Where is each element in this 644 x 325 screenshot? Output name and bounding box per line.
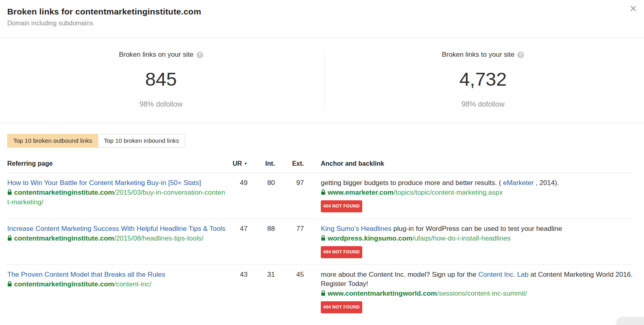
referring-page-url: contentmarketinginstitute.com/content-in…: [7, 280, 227, 289]
ur-value: 47: [227, 224, 248, 258]
sort-desc-icon: ▼: [244, 162, 248, 166]
ur-value: 43: [227, 270, 248, 313]
anchor-link[interactable]: King Sumo’s Headlines: [321, 225, 391, 232]
ext-value: 97: [275, 178, 304, 212]
page-title: Broken links for contentmarketinginstitu…: [7, 7, 637, 16]
anchor-text: more about the Content Inc. model? Sign …: [321, 270, 633, 288]
anchor-pre: more about the Content Inc. model? Sign …: [321, 271, 478, 278]
url-domain: www.emarketer.com: [328, 189, 394, 196]
lock-icon: [321, 289, 326, 298]
referring-page-link[interactable]: The Proven Content Model that Breaks all…: [7, 271, 165, 278]
anchor-text: King Sumo’s Headlines plug-in for WordPr…: [321, 224, 633, 233]
referring-page-url-link[interactable]: contentmarketinginstitute.com/2015/03/bu…: [7, 189, 225, 206]
anchor-link[interactable]: Content Inc. Lab: [478, 271, 528, 278]
lock-icon: [321, 188, 326, 197]
help-icon[interactable]: ?: [517, 51, 524, 58]
backlink-url: wordpress.kingsumo.com/ufaqs/how-do-i-in…: [321, 234, 633, 243]
url-path: /sessions/content-inc-summit/: [437, 290, 527, 297]
column-header-ext[interactable]: Ext.: [275, 160, 304, 167]
close-icon[interactable]: ×: [630, 2, 637, 14]
page-subtitle: Domain including subdomains: [7, 20, 637, 27]
url-path: /ufaqs/how-do-i-install-headlines: [413, 234, 511, 242]
column-header-anchor: Anchor and backlink: [321, 160, 633, 167]
backlink-url-link[interactable]: www.emarketer.com/topics/topic/content-m…: [328, 189, 503, 196]
stat-value: 4,732: [322, 68, 644, 90]
referring-page-cell: The Proven Content Model that Breaks all…: [7, 270, 227, 313]
stats-divider: [324, 51, 325, 110]
tab-broken-outbound-links[interactable]: Top 10 broken outbound links: [7, 134, 98, 148]
anchor-link[interactable]: eMarketer: [503, 179, 534, 187]
referring-page-cell: How to Win Your Battle for Content Marke…: [7, 178, 227, 212]
backlink-url: www.contentmarketingworld.com/sessions/c…: [321, 289, 633, 298]
anchor-backlink-cell: King Sumo’s Headlines plug-in for WordPr…: [321, 224, 633, 258]
anchor-pre: getting bigger budgets to produce more a…: [321, 179, 503, 187]
backlink-url-link[interactable]: www.contentmarketingworld.com/sessions/c…: [328, 290, 527, 297]
lock-icon: [7, 188, 12, 197]
anchor-post: plug-in for WordPress can be used to tes…: [391, 225, 562, 232]
table-row: The Proven Content Model that Breaks all…: [7, 265, 633, 319]
anchor-backlink-cell: more about the Content Inc. model? Sign …: [321, 270, 633, 313]
status-badge: 404 NOT FOUND: [321, 246, 362, 258]
column-header-int[interactable]: Int.: [248, 160, 275, 167]
stat-broken-links-on-site: Broken links on your site ? 845 98% dofo…: [0, 38, 322, 123]
url-domain: contentmarketinginstitute.com: [14, 280, 114, 288]
ext-value: 45: [275, 270, 304, 313]
stat-label-text: Broken links to your site: [442, 51, 514, 59]
referring-page-url-link[interactable]: contentmarketinginstitute.com/2015/08/he…: [14, 234, 204, 242]
stat-detail: 98% dofollow: [0, 100, 322, 109]
stat-value: 845: [0, 68, 322, 90]
column-header-referring-page: Referring page: [7, 160, 227, 167]
referring-page-url-link[interactable]: contentmarketinginstitute.com/content-in…: [14, 280, 151, 288]
stat-broken-links-to-site: Broken links to your site ? 4,732 98% do…: [322, 38, 644, 123]
url-domain: wordpress.kingsumo.com: [328, 234, 413, 242]
url-domain: contentmarketinginstitute.com: [14, 189, 114, 196]
column-header-ur-label: UR: [233, 160, 242, 167]
int-value: 31: [248, 270, 275, 313]
stat-label: Broken links on your site ?: [119, 51, 203, 59]
table-header-row: Referring page UR▼ Int. Ext. Anchor and …: [7, 148, 633, 173]
referring-page-cell: Increase Content Marketing Success With …: [7, 224, 227, 258]
lock-icon: [7, 234, 12, 243]
stat-detail: 98% dofollow: [322, 100, 644, 109]
broken-links-table: Referring page UR▼ Int. Ext. Anchor and …: [7, 148, 633, 319]
referring-page-link[interactable]: Increase Content Marketing Success With …: [7, 225, 225, 232]
url-path: /content-inc/: [114, 280, 151, 288]
report-tabs: Top 10 broken outbound links Top 10 brok…: [7, 134, 185, 148]
int-value: 80: [248, 178, 275, 212]
referring-page-url: contentmarketinginstitute.com/2015/08/he…: [7, 234, 227, 243]
lock-icon: [321, 234, 326, 243]
url-domain: www.contentmarketingworld.com: [328, 290, 437, 297]
table-row: How to Win Your Battle for Content Marke…: [7, 173, 633, 219]
status-badge: 404 NOT FOUND: [321, 200, 362, 212]
tab-broken-inbound-links[interactable]: Top 10 broken inbound links: [98, 134, 185, 148]
help-icon[interactable]: ?: [196, 51, 203, 58]
url-domain: contentmarketinginstitute.com: [14, 234, 114, 242]
stat-label: Broken links to your site ?: [442, 51, 524, 59]
backlink-url: www.emarketer.com/topics/topic/content-m…: [321, 188, 633, 197]
referring-page-url: contentmarketinginstitute.com/2015/03/bu…: [7, 188, 227, 207]
table-row: Increase Content Marketing Success With …: [7, 219, 633, 265]
chat-widget[interactable]: [616, 317, 644, 325]
ext-value: 77: [275, 224, 304, 258]
status-badge: 404 NOT FOUND: [321, 301, 362, 313]
lock-icon: [7, 280, 12, 289]
stat-label-text: Broken links on your site: [119, 51, 193, 59]
anchor-text: getting bigger budgets to produce more a…: [321, 178, 633, 187]
anchor-backlink-cell: getting bigger budgets to produce more a…: [321, 178, 633, 212]
stats-section: Broken links on your site ? 845 98% dofo…: [0, 38, 644, 123]
url-path: /2015/08/headlines-tips-tools/: [114, 234, 203, 242]
backlink-url-link[interactable]: wordpress.kingsumo.com/ufaqs/how-do-i-in…: [328, 234, 510, 242]
modal-header: Broken links for contentmarketinginstitu…: [0, 0, 644, 38]
ur-value: 49: [227, 178, 248, 212]
column-header-ur[interactable]: UR▼: [227, 160, 248, 167]
url-path: /topics/topic/content-marketing.aspx: [394, 189, 503, 196]
int-value: 88: [248, 224, 275, 258]
anchor-post: , 2014).: [534, 179, 559, 187]
referring-page-link[interactable]: How to Win Your Battle for Content Marke…: [7, 179, 201, 187]
